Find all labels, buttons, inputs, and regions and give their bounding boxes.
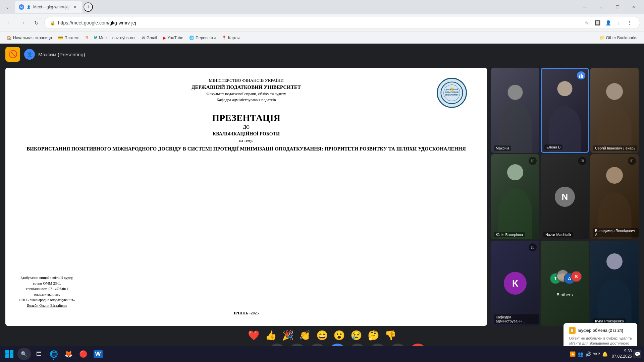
meet-content: ДЕРЖАВНИЙ ПОДАТКОВИЙ УНІВЕРСИТЕТ МІНІСТЕ… [0,65,644,328]
bookmark-brave[interactable]: B [83,34,91,42]
presentation-slide: ДЕРЖАВНИЙ ПОДАТКОВИЙ УНІВЕРСИТЕТ МІНІСТЕ… [5,68,487,326]
dropdown-btn[interactable]: ⌄ [3,2,12,12]
taskbar-word[interactable]: W [91,347,105,361]
emoji-think[interactable]: 🤔 [368,330,379,341]
bookmark-star-btn[interactable]: ☆ [582,18,591,27]
participant-video-iryna [590,241,639,326]
forward-btn[interactable]: → [17,17,28,28]
refresh-btn[interactable]: ↻ [31,17,42,28]
bookmarks-bar: 🏠 Начальная страница 💳 Платежі B M Meet … [0,32,644,44]
emoji-thumbsdown[interactable]: 👎 [385,330,396,341]
participant-video-serhiy [590,68,639,153]
start-button[interactable] [3,347,16,361]
notification-header: 📋 Буфер обмена (2 із 24) [569,327,632,334]
participant-video-volodymyr [590,154,639,239]
action-center-btn[interactable]: 💬 [633,350,641,358]
tab-bar: ⌄ M 👤 Meet – gkg-wmrv-jej ✕ + — ⌄ ❐ ✕ [0,0,644,14]
university-seal: ДЕРЖАВНИЙ ПОДАТКОВИЙ УНІВЕРСИТЕТ [437,78,467,108]
minimize-btn[interactable]: — [578,2,593,12]
menu-btn[interactable]: ⋮ [625,18,634,27]
slide-year: ІРПІНЬ -2025 [234,311,259,316]
bookmark-meet[interactable]: M Meet – naz-dybs-nqr [92,34,139,42]
no-entry-icon: 🚫 [8,50,17,59]
bookmark-translate[interactable]: 🌐 Перевести [186,34,218,42]
maximize-btn[interactable]: ❐ [610,2,625,12]
slide-do: ДО [19,125,474,130]
svg-text:ПОДАТКОВИЙ: ПОДАТКОВИЙ [445,91,459,93]
participant-tile[interactable]: Максим [491,68,539,153]
participant-name-yulia: Юлія Валерівна [494,232,525,237]
speaking-indicator [577,71,585,79]
other-bookmarks[interactable]: 📁 Other Bookmarks [597,34,640,42]
translate-favicon: 🌐 [189,36,194,40]
back-btn[interactable]: ← [4,17,15,28]
participant-tile-elena[interactable]: Елена В [541,68,589,153]
emoji-cry[interactable]: 😢 [351,330,362,341]
participant-video-elena [542,69,588,152]
emoji-heart[interactable]: ❤️ [248,330,260,341]
notification-title: Буфер обмена (2 із 24) [578,328,623,333]
participant-tile-yulia[interactable]: 🎙̶ Юлія Валерівна [491,154,539,239]
youtube-favicon: ▶ [163,36,166,40]
emoji-thumbsup[interactable]: 👍 [265,330,277,341]
action-center-icon: 💬 [635,351,640,357]
emoji-laugh[interactable]: 😄 [316,330,328,341]
bookmark-youtube[interactable]: ▶ YouTube [160,34,186,42]
taskbar-clock[interactable]: 9:33 07.02.2025 [612,349,632,359]
bookmark-maps[interactable]: 📍 Карты [219,34,242,42]
clipboard-icon: 📋 [569,327,576,334]
participants-grid: Максим Елена В [491,68,639,326]
bookmark-platezhi[interactable]: 💳 Платежі [55,34,82,42]
extensions-btn[interactable]: 🔲 [593,18,602,27]
taskbar-right: 🔼 👥 🔊 УКР 🔔 9:33 07.02.2025 💬 [567,349,641,359]
dropdown-btn2[interactable]: ⌄ [594,2,609,12]
emoji-clap[interactable]: 👏 [299,330,311,341]
address-right-icons: ☆ 🔲 👤 ↓ ⋮ [582,18,634,27]
meet-app: 🚫 👤 Максим (Presenting) ДЕРЖАВНИЙ [0,44,644,362]
new-tab-btn[interactable]: + [84,2,93,12]
meet-header: 🚫 👤 Максим (Presenting) [0,44,644,65]
tab-close-btn[interactable]: ✕ [72,4,78,10]
bookmark-home[interactable]: 🏠 Начальная страница [4,34,55,42]
profile-btn[interactable]: 👤 [603,18,613,27]
word-icon: W [94,350,103,358]
emoji-party[interactable]: 🎉 [282,330,294,341]
taskbar-chrome[interactable]: 🌐 [47,347,60,361]
participant-video-maksym [491,68,539,153]
participant-tile-nazar[interactable]: N 🎙̶ Nazar Mashtalir [541,154,589,239]
taskbar-app3[interactable]: 🔴 [76,347,90,361]
participant-video-yulia [491,154,539,239]
meet-logo-btn[interactable]: 🚫 [5,47,20,62]
gmail-favicon: ✉ [142,36,145,40]
chrome-icon: 🌐 [50,350,58,358]
downloads-btn[interactable]: ↓ [614,18,624,27]
taskbar-firefox[interactable]: 🦊 [62,347,75,361]
browser-chrome: ⌄ M 👤 Meet – gkg-wmrv-jej ✕ + — ⌄ ❐ ✕ ← … [0,0,644,44]
taskbar-search-btn[interactable]: 🔍 [17,348,31,360]
participant-tile-serhiy[interactable]: Сергій Іванович Лекарь [590,68,639,153]
volume-icon[interactable]: 🔊 [585,351,591,357]
notification-icon[interactable]: 🔔 [602,351,608,357]
presenter-avatar-icon: 👤 [27,52,33,57]
language-badge[interactable]: УКР [593,352,600,356]
emoji-wow[interactable]: 😮 [333,330,345,341]
participant-tile-volodymyr[interactable]: 🎙̶ Володимир Леонідович А... [590,154,639,239]
nav-controls: ⌄ [3,2,12,12]
participant-tile-iryna[interactable]: Iryna Prokopenko [590,241,639,326]
participant-name-elena: Елена В [544,144,562,150]
mute-icon-yulia: 🎙̶ [529,157,537,165]
meet-favicon: M [94,36,98,40]
address-bar[interactable]: 🔒 https://meet.google.com/gkg-wmrv-jej ☆… [44,17,640,29]
active-tab[interactable]: M 👤 Meet – gkg-wmrv-jej ✕ [15,1,82,13]
bookmark-gmail[interactable]: ✉ Gmail [139,34,160,42]
participant-tile-kafedra[interactable]: К 🎙̶ Кафедра адмініструванн... [491,241,539,326]
presentation-area: ДЕРЖАВНИЙ ПОДАТКОВИЙ УНІВЕРСИТЕТ МІНІСТЕ… [5,68,487,326]
people-icon[interactable]: 👥 [578,351,583,357]
taskbar-task-view[interactable]: 🗔 [32,347,46,361]
security-icon: 🔒 [50,20,55,25]
close-btn[interactable]: ✕ [626,2,641,12]
maps-favicon: 📍 [222,36,227,40]
participant-tile-others[interactable]: T A S 5 others [541,241,589,326]
address-bar-row: ← → ↻ 🔒 https://meet.google.com/gkg-wmrv… [0,14,644,32]
network-icon[interactable]: 🔼 [570,351,576,357]
